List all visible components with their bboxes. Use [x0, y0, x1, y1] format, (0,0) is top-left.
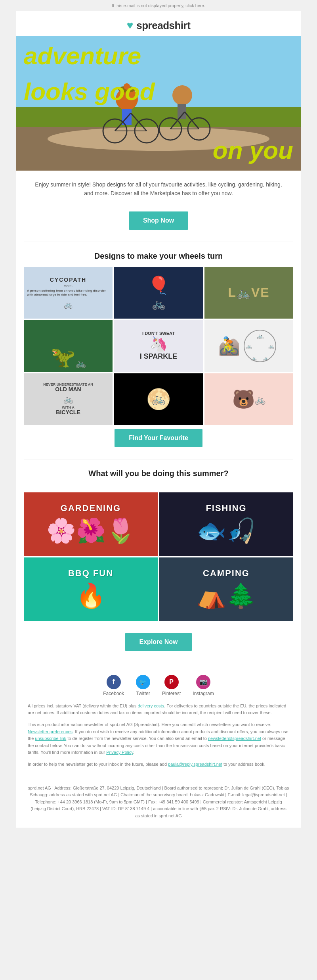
top-bar-text: If this e-mail is not displayed properly…: [112, 3, 205, 8]
product-balloon-bike[interactable]: 🎈 🚲: [114, 267, 203, 319]
find-favourite-button[interactable]: Find Your Favourite: [115, 429, 202, 447]
unicorn-text-2: I SPARKLE: [140, 352, 178, 361]
summer-section: What will you be doing this summer? GARD…: [16, 459, 301, 663]
facebook-label: Facebook: [103, 691, 124, 696]
instagram-icon: 📷: [196, 675, 210, 689]
bikes-circle-icon: 🚵: [218, 336, 240, 356]
camping-icon: ⛺🌲: [197, 582, 256, 610]
product-cycopath[interactable]: CYCOPATH noun: A person suffering from c…: [24, 267, 113, 319]
oldman-bike-icon: 🚲: [63, 394, 73, 404]
bbq-label: BBQ FUN: [68, 568, 113, 578]
bikes-wheel-svg: 🚲 🚲 🚲 🚲 🚲: [240, 326, 280, 366]
social-instagram[interactable]: 📷 Instagram: [193, 675, 214, 696]
svg-text:🚲: 🚲: [263, 355, 269, 361]
footer-legal: All prices incl. statutory VAT (delivery…: [16, 703, 301, 781]
product-dino-bike[interactable]: 🦖 🚲: [24, 320, 113, 372]
dino-icon: 🦖: [51, 346, 75, 369]
fishing-icon: 🐟🎣: [197, 517, 256, 545]
shop-now-wrap: Shop Now: [16, 208, 301, 242]
product-bear-bike[interactable]: 🐻 🚲: [204, 373, 293, 425]
twitter-label: Twitter: [136, 691, 150, 696]
cycopath-title: CYCOPATH: [50, 277, 86, 283]
summer-grid-wrap: GARDENING 🌸🌺🌷 FISHING 🐟🎣 BBQ FUN 🔥: [16, 484, 301, 629]
hero-description: Enjoy summer in style! Shop designs for …: [16, 171, 301, 208]
description-text: Enjoy summer in style! Shop designs for …: [35, 181, 282, 196]
product-bikes-circle[interactable]: 🚵 🚲 🚲 🚲 🚲 🚲: [204, 320, 293, 372]
privacy-policy-link[interactable]: Privacy Policy: [106, 750, 133, 755]
bike-icon-dino: 🚲: [75, 358, 86, 369]
summer-title: What will you be doing this summer?: [16, 459, 301, 484]
camping-label: CAMPING: [203, 568, 250, 578]
wheels-section: Designs to make your wheels turn CYCOPAT…: [16, 242, 301, 459]
newsletter-email-link[interactable]: newsletter@spreadshirt.net: [208, 736, 261, 741]
find-favourite-wrap: Find Your Favourite: [16, 425, 301, 459]
pinterest-label: Pinterest: [162, 691, 181, 696]
email-header: ♥ spreadshirt: [16, 11, 301, 36]
email-wrapper: If this e-mail is not displayed properly…: [0, 0, 317, 828]
svg-text:🚲: 🚲: [246, 343, 252, 349]
hero-text-looks: looks good: [24, 79, 155, 104]
cycopath-subtitle: noun:: [64, 284, 73, 287]
bear-bike-icon: 🚲: [255, 395, 265, 405]
svg-rect-9: [178, 104, 186, 119]
explore-now-wrap: Explore Now: [16, 629, 301, 663]
email-body: ♥ spreadshirt: [16, 11, 301, 828]
shop-now-button[interactable]: Shop Now: [129, 211, 188, 230]
logo-wrap: ♥ spreadshirt: [16, 19, 301, 32]
delivery-costs-link[interactable]: delivery costs: [138, 703, 164, 708]
product-love[interactable]: L🚲VE: [204, 267, 293, 319]
summer-cell-camping[interactable]: CAMPING ⛺🌲: [159, 557, 293, 621]
facebook-icon: f: [107, 675, 121, 689]
svg-rect-2: [16, 107, 301, 127]
product-grid: CYCOPATH noun: A person suffering from c…: [24, 267, 293, 425]
unicorn-icon: 🦄: [150, 336, 168, 352]
twitter-icon: 🐦: [136, 675, 150, 689]
svg-text:🚲: 🚲: [268, 343, 274, 349]
summer-cell-fishing[interactable]: FISHING 🐟🎣: [159, 492, 293, 556]
social-twitter[interactable]: 🐦 Twitter: [136, 675, 150, 696]
legal-text-2: This is a product information newsletter…: [28, 721, 289, 756]
oldman-title: OLD MAN: [55, 386, 81, 392]
hero-section: adventure looks good on you: [16, 36, 301, 171]
product-unicorn[interactable]: I DON'T SWEAT 🦄 I SPARKLE: [114, 320, 203, 372]
product-moon-bike[interactable]: 🌕 🚲: [114, 373, 203, 425]
bbq-icon: 🔥: [76, 582, 106, 610]
gardening-icon: 🌸🌺🌷: [46, 517, 136, 545]
oldman-bicycle: BICYCLE: [56, 409, 80, 415]
love-text: L🚲VE: [228, 285, 269, 300]
legal-text-3: In order to help the newsletter get to y…: [28, 761, 289, 768]
summer-grid: GARDENING 🌸🌺🌷 FISHING 🐟🎣 BBQ FUN 🔥: [24, 492, 293, 621]
social-facebook[interactable]: f Facebook: [103, 675, 124, 696]
unicorn-text-1: I DON'T SWEAT: [142, 331, 175, 336]
moon-bike-icon: 🚲: [152, 392, 166, 405]
svg-text:🚲: 🚲: [251, 355, 257, 361]
product-old-man[interactable]: NEVER UNDERESTIMATE AN OLD MAN 🚲 WITH A …: [24, 373, 113, 425]
hero-text-adventure: adventure: [24, 44, 141, 68]
balloon-icon: 🎈: [148, 275, 170, 296]
top-bar: If this e-mail is not displayed properly…: [0, 0, 317, 11]
gardening-label: GARDENING: [61, 503, 121, 513]
footer-address: sprd.net AG | Address: Gießerstraße 27, …: [16, 781, 301, 828]
summer-cell-bbq[interactable]: BBQ FUN 🔥: [24, 557, 158, 621]
fishing-label: FISHING: [206, 503, 246, 513]
bear-icon: 🐻: [232, 388, 255, 410]
instagram-label: Instagram: [193, 691, 214, 696]
summer-cell-gardening[interactable]: GARDENING 🌸🌺🌷: [24, 492, 158, 556]
social-section: f Facebook 🐦 Twitter P Pinterest 📷: [16, 663, 301, 703]
cycopath-def: A person suffering from chronic bike rid…: [27, 289, 109, 297]
bike-icon-balloon: 🚲: [152, 297, 166, 310]
reply-email-link[interactable]: paula@reply.spreadshirt.net: [168, 762, 222, 767]
social-pinterest[interactable]: P Pinterest: [162, 675, 181, 696]
svg-point-8: [172, 85, 192, 105]
unsubscribe-link[interactable]: unsubscribe link: [35, 736, 66, 741]
wheels-title: Designs to make your wheels turn: [16, 242, 301, 267]
logo-text: spreadshirt: [136, 19, 190, 32]
newsletter-prefs-link[interactable]: Newsletter preferences: [28, 729, 73, 734]
svg-text:🚲: 🚲: [256, 333, 264, 340]
hero-text-on-you: on you: [213, 138, 293, 163]
pinterest-icon: P: [164, 675, 179, 689]
logo-heart-icon: ♥: [127, 19, 134, 32]
legal-text-1: All prices incl. statutory VAT (delivery…: [28, 703, 289, 717]
explore-now-button[interactable]: Explore Now: [125, 633, 192, 651]
bike-icon-1: 🚲: [64, 300, 73, 309]
